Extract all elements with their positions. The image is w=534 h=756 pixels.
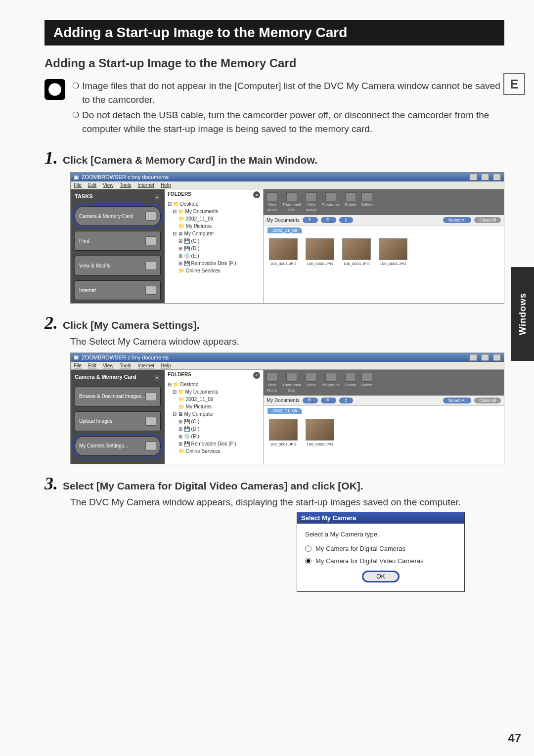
thumbnail-item[interactable]: 100_0001.JPG <box>267 419 299 446</box>
maximize-button[interactable] <box>481 354 489 361</box>
tree-desktop[interactable]: ⊟ 📁 Desktop <box>168 200 260 208</box>
select-my-camera-dialog: Select My Camera Select a My Camera type… <box>297 512 465 592</box>
zoom-out-icon[interactable]: 🔍 <box>321 217 336 223</box>
edit-icon <box>145 261 156 270</box>
collapse-icon[interactable]: « <box>154 374 161 381</box>
tree-drive-e[interactable]: ⊞ 💿 (E:) <box>178 252 260 260</box>
upload-images-button[interactable]: Upload Images <box>75 411 161 431</box>
maximize-button[interactable] <box>481 174 489 180</box>
view-image-icon[interactable] <box>306 192 316 201</box>
thumbnail-image <box>269 238 298 260</box>
thumbnail-image <box>379 238 407 260</box>
menu-bar[interactable]: File Edit View Tools Internet Help <box>71 181 504 189</box>
select-all-button[interactable]: Select All <box>443 217 471 223</box>
menu-view[interactable]: View <box>103 182 114 188</box>
menu-tools[interactable]: Tools <box>120 182 131 188</box>
path-label: My Documents <box>267 398 300 403</box>
delete-icon[interactable] <box>361 373 372 382</box>
tree-drive-d[interactable]: ⊞ 💾 (D:) <box>178 425 260 433</box>
camera-memory-card-button[interactable]: Camera & Memory Card <box>75 206 161 226</box>
tree-drive-c[interactable]: ⊞ 💾 (C:) <box>178 418 260 425</box>
date-group-tab[interactable]: 2002_11_09 <box>267 227 302 233</box>
delete-icon[interactable] <box>361 192 372 201</box>
thumbnail-item[interactable]: 100_0002.JPG <box>304 419 336 446</box>
toolbar-viewimg-label: View <box>307 202 315 207</box>
view-mode-icon[interactable] <box>267 373 277 382</box>
view-mode-icon[interactable] <box>267 192 277 201</box>
step-1-title: Click [Camera & Memory Card] in the Main… <box>63 154 317 166</box>
tree-drive-d[interactable]: ⊞ 💾 (D:) <box>178 245 260 252</box>
thumbnail-item[interactable]: 100_0004.JPG <box>377 238 409 266</box>
properties-icon[interactable] <box>325 373 336 382</box>
section-header: Adding a Start-up Image to the Memory Ca… <box>44 20 504 45</box>
zoom-out-icon[interactable]: 🔍 <box>321 398 336 403</box>
folder-tree[interactable]: ⊟ 📁 Desktop ⊟ 📁 My Documents 📁 2002_11_0… <box>168 381 260 455</box>
tree-mydocs[interactable]: ⊟ 📁 My Documents <box>173 388 260 396</box>
menu-internet[interactable]: Internet <box>137 182 154 188</box>
menu-help[interactable]: Help <box>161 363 171 368</box>
thumbnail-image <box>269 419 298 441</box>
browse-download-button[interactable]: Browse & Download Images... <box>75 387 161 406</box>
minimize-button[interactable] <box>469 174 477 180</box>
menu-internet[interactable]: Internet <box>137 363 154 368</box>
view-modify-button[interactable]: View & Modify <box>75 256 161 275</box>
menu-bar[interactable]: File Edit View Tools Internet Help <box>71 362 504 370</box>
select-all-button[interactable]: Select All <box>443 398 471 403</box>
ok-button[interactable]: OK <box>362 571 399 582</box>
menu-file[interactable]: File <box>74 182 82 188</box>
zoom-in-icon[interactable]: 🔍 <box>303 217 318 223</box>
menu-edit[interactable]: Edit <box>88 363 96 368</box>
folder-tree[interactable]: ⊟ 📁 Desktop ⊟ 📁 My Documents 📁 2002_11_0… <box>168 200 260 274</box>
close-button[interactable] <box>493 354 501 361</box>
tree-computer[interactable]: ⊟ 🖥 My Computer <box>173 410 260 418</box>
zoom-in-icon[interactable]: 🔍 <box>303 398 318 403</box>
dialog-label: Select a My Camera type. <box>305 531 456 538</box>
screenshot-2: ▣ ZOOMBROWSER c:\my documents File Edit … <box>70 353 504 464</box>
radio-digital-cameras[interactable]: My Camera for Digital Cameras <box>305 545 456 552</box>
date-group-tab[interactable]: 2002_11_09 <box>267 408 302 414</box>
tree-drive-f[interactable]: ⊞ 💾 Removable Disk (F:) <box>178 440 260 447</box>
tasks-panel-title: TASKS <box>75 193 92 199</box>
tree-online[interactable]: 📁 Online Services <box>178 267 260 274</box>
radio-digital-cameras-label: My Camera for Digital Cameras <box>315 545 405 552</box>
clear-all-button[interactable]: Clear All <box>474 398 501 403</box>
tree-drive-e[interactable]: ⊞ 💿 (E:) <box>178 433 260 440</box>
thumbnail-item[interactable]: 100_0001.JPG <box>267 238 299 266</box>
menu-file[interactable]: File <box>74 363 82 368</box>
tree-desktop[interactable]: ⊟ 📁 Desktop <box>168 381 260 388</box>
menu-view[interactable]: View <box>103 363 114 368</box>
dialog-title: Select My Camera <box>297 512 464 524</box>
rotate-icon[interactable] <box>345 373 356 382</box>
menu-edit[interactable]: Edit <box>88 182 96 188</box>
thumbnail-item[interactable]: 100_0003.JPG <box>341 238 372 266</box>
tree-date[interactable]: 📁 2002_11_09 <box>178 215 260 222</box>
tree-pictures[interactable]: 📁 My Pictures <box>178 222 260 230</box>
properties-icon[interactable] <box>325 192 336 201</box>
up-icon[interactable]: ↥ <box>339 217 353 223</box>
menu-tools[interactable]: Tools <box>120 363 131 368</box>
up-icon[interactable]: ↥ <box>339 398 353 403</box>
collapse-icon[interactable]: « <box>154 194 161 201</box>
tree-online[interactable]: 📁 Online Services <box>178 447 260 455</box>
tree-computer[interactable]: ⊟ 🖥 My Computer <box>173 230 260 237</box>
thumbnail-icon[interactable] <box>286 373 297 382</box>
collapse-icon[interactable]: « <box>253 372 260 379</box>
thumbnail-item[interactable]: 100_0002.JPG <box>304 238 336 266</box>
minimize-button[interactable] <box>469 354 477 361</box>
print-button[interactable]: Print <box>75 231 161 251</box>
close-button[interactable] <box>493 174 501 180</box>
view-image-icon[interactable] <box>306 373 316 382</box>
my-camera-settings-button[interactable]: My Camera Settings... <box>75 436 161 456</box>
rotate-icon[interactable] <box>345 192 356 201</box>
internet-button[interactable]: Internet <box>75 280 161 300</box>
tree-drive-f[interactable]: ⊞ 💾 Removable Disk (F:) <box>178 260 260 267</box>
tree-mydocs[interactable]: ⊟ 📁 My Documents <box>173 208 260 215</box>
tree-drive-c[interactable]: ⊞ 💾 (C:) <box>178 237 260 245</box>
menu-help[interactable]: Help <box>161 182 171 188</box>
radio-digital-video-cameras[interactable]: My Camera for Digital Video Cameras <box>305 557 456 565</box>
thumbnail-icon[interactable] <box>286 192 297 201</box>
clear-all-button[interactable]: Clear All <box>474 217 501 223</box>
tree-pictures[interactable]: 📁 My Pictures <box>178 403 260 410</box>
collapse-icon[interactable]: « <box>253 191 260 198</box>
tree-date[interactable]: 📁 2002_11_09 <box>178 396 260 403</box>
